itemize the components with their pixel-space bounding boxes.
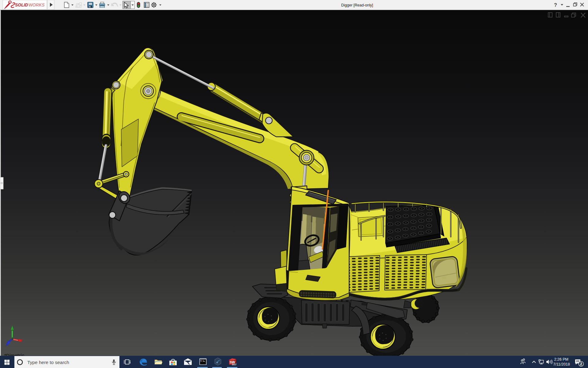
- svg-text:Type here to search: Type here to search: [27, 360, 69, 365]
- svg-text:WORKS: WORKS: [28, 3, 45, 7]
- svg-text:2017: 2017: [232, 363, 236, 366]
- svg-text:7/11/2018: 7/11/2018: [553, 362, 570, 366]
- svg-text:2:26 PM: 2:26 PM: [554, 357, 568, 362]
- svg-text:SOLID: SOLID: [15, 3, 28, 7]
- svg-text:?: ?: [554, 2, 557, 8]
- svg-text:2: 2: [580, 362, 582, 366]
- svg-text:Digger [Read-only]: Digger [Read-only]: [341, 3, 373, 7]
